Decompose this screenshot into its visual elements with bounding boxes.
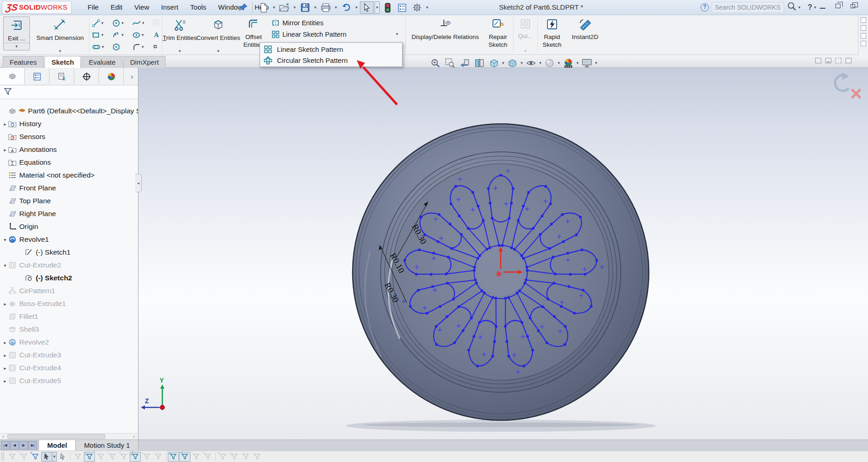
linear-pattern-caret[interactable]: ▾ bbox=[396, 32, 398, 36]
arc-tool[interactable]: ▾ bbox=[111, 31, 131, 39]
next-study-button[interactable]: ▶ bbox=[19, 441, 28, 450]
filter-solids-icon[interactable]: ◇ bbox=[118, 452, 129, 462]
arc-caret[interactable]: ▾ bbox=[122, 33, 124, 37]
displaymanager-tab[interactable] bbox=[99, 68, 124, 85]
tree-item-origin[interactable]: Origin bbox=[0, 220, 138, 233]
scroll-right-arrow[interactable]: › bbox=[131, 434, 137, 440]
filter-stack-icon[interactable]: + bbox=[18, 452, 29, 462]
doc-restore-icon[interactable] bbox=[815, 58, 821, 63]
filter-funnel-icon[interactable] bbox=[4, 87, 12, 97]
tree-expander[interactable]: ▸ bbox=[2, 366, 8, 371]
fillet-caret[interactable]: ▾ bbox=[142, 45, 144, 49]
menu-view[interactable]: View bbox=[128, 0, 155, 15]
circle-tool[interactable]: ▾ bbox=[111, 19, 131, 28]
model-tab[interactable]: Model bbox=[39, 440, 76, 451]
options-list-button[interactable] bbox=[395, 1, 409, 14]
tree-expander[interactable]: ▸ bbox=[2, 379, 8, 384]
filter-lines-icon[interactable]: ─ bbox=[191, 452, 202, 462]
section-view-icon[interactable] bbox=[473, 57, 486, 69]
tree-item-history[interactable]: ▸History bbox=[0, 117, 138, 130]
task-pane-tab-icon[interactable] bbox=[861, 25, 866, 31]
first-study-button[interactable]: |◀ bbox=[1, 441, 10, 450]
configurationmanager-tab[interactable] bbox=[50, 68, 74, 85]
spline-caret[interactable]: ▾ bbox=[142, 21, 144, 25]
search-input[interactable] bbox=[712, 2, 784, 13]
featuremanager-tab[interactable] bbox=[0, 68, 25, 85]
smart-dimension-caret[interactable]: ▾ bbox=[34, 47, 86, 55]
edit-appearance-caret[interactable]: ▾ bbox=[558, 61, 560, 65]
polygon-tool[interactable] bbox=[111, 43, 131, 51]
linear-sketch-pattern-button[interactable]: Linear Sketch Pattern ▾ bbox=[271, 29, 404, 39]
minimize-button[interactable] bbox=[819, 3, 827, 10]
rectangle-tool[interactable]: ▾ bbox=[90, 31, 111, 39]
menu-tools[interactable]: Tools bbox=[184, 0, 212, 15]
filter-faces-icon[interactable]: ▫ bbox=[95, 452, 106, 462]
tab-evaluate[interactable]: Evaluate bbox=[82, 56, 122, 68]
filter-dimensions-icon[interactable]: ⊤ bbox=[179, 452, 190, 462]
filters-active-icon[interactable]: ≡ bbox=[30, 452, 41, 462]
trim-entities-button[interactable]: Trim Entities ▾ bbox=[163, 15, 196, 55]
filter-routes-icon[interactable]: ~ bbox=[240, 452, 251, 462]
tree-expander[interactable]: ▸ bbox=[2, 122, 8, 127]
select-cursor-button[interactable] bbox=[360, 1, 374, 14]
tree-item-revolve2[interactable]: ▸Revolve2 bbox=[0, 336, 138, 349]
tree-item-cut-extrude2[interactable]: ▾Cut-Extrude2 bbox=[0, 259, 138, 272]
instant2d-button[interactable]: Instant2D bbox=[565, 15, 605, 55]
search-caret[interactable]: ▾ bbox=[798, 6, 801, 10]
edit-appearance-icon[interactable] bbox=[543, 57, 556, 69]
help-caret[interactable]: ▾ bbox=[814, 6, 816, 10]
view-settings-caret[interactable]: ▾ bbox=[595, 61, 597, 65]
menu-edit[interactable]: Edit bbox=[105, 0, 128, 15]
select-cursor-icon[interactable] bbox=[41, 452, 52, 462]
filter-edges-icon[interactable]: | bbox=[84, 452, 95, 462]
select-cursor-caret[interactable]: ▾ bbox=[52, 452, 57, 462]
scroll-left-arrow[interactable]: ‹ bbox=[0, 434, 6, 440]
new-document-button[interactable] bbox=[257, 1, 271, 14]
filter-axes-icon[interactable]: ╱ bbox=[130, 452, 141, 462]
propertymanager-tab[interactable] bbox=[25, 68, 50, 85]
doc-close-icon[interactable] bbox=[846, 58, 851, 63]
tab-dimxpert[interactable]: DimXpert bbox=[123, 56, 166, 68]
view-orientation-caret[interactable]: ▾ bbox=[502, 61, 504, 65]
tree-item-top-plane[interactable]: Top Plane bbox=[0, 195, 138, 207]
dimxpertmanager-tab[interactable] bbox=[74, 68, 99, 85]
apply-scene-caret[interactable]: ▾ bbox=[576, 61, 579, 65]
filter-planes-icon[interactable]: ▭ bbox=[141, 452, 152, 462]
tree-item-sensors[interactable]: Sensors bbox=[0, 130, 138, 143]
select-over-geometry-icon[interactable] bbox=[57, 452, 68, 462]
tree-item-part6[interactable]: Part6 (Default<<Default>_Display Sta bbox=[0, 105, 138, 117]
exit-sketch-corner-icon[interactable] bbox=[835, 75, 849, 91]
repair-sketch-button[interactable]: RepairSketch bbox=[484, 15, 512, 55]
menu-file[interactable]: File bbox=[82, 0, 105, 15]
line-tool[interactable]: ▾ bbox=[90, 19, 111, 28]
convert-caret[interactable]: ▾ bbox=[199, 47, 238, 55]
smart-dimension-button[interactable]: Smart Dimension ▾ bbox=[32, 15, 88, 55]
exit-sketch-button[interactable]: Exit ... ▾ bbox=[3, 17, 30, 50]
task-pane-tab-icon[interactable] bbox=[861, 41, 866, 46]
previous-view-icon[interactable] bbox=[458, 57, 471, 69]
wheel-model-canvas[interactable]: R0.30 R0.10 R0.30 Y Z bbox=[138, 68, 868, 440]
pin-icon[interactable] bbox=[238, 3, 249, 12]
tab-sketch[interactable]: Sketch bbox=[44, 56, 81, 68]
view-settings-icon[interactable] bbox=[581, 57, 593, 69]
scrollbar-thumb[interactable] bbox=[7, 434, 105, 439]
filter-corners-icon[interactable]: ⌐ bbox=[168, 452, 179, 462]
tree-item-right-plane[interactable]: Right Plane bbox=[0, 207, 138, 220]
windows-overlap-button[interactable] bbox=[850, 3, 858, 10]
tree-item-cut-extrude5[interactable]: ▸Cut-Extrude5 bbox=[0, 374, 138, 387]
motion-study-tab[interactable]: Motion Study 1 bbox=[76, 440, 138, 451]
tree-expander[interactable]: ▾ bbox=[2, 263, 8, 268]
help-menu-button[interactable]: ? bbox=[808, 3, 813, 11]
circle-caret[interactable]: ▾ bbox=[122, 21, 124, 25]
tree-expander[interactable]: ▾ bbox=[2, 237, 8, 242]
print-button[interactable] bbox=[319, 1, 332, 14]
tree-item-boss-extrude1[interactable]: ▸Boss-Extrude1 bbox=[0, 297, 138, 310]
last-study-button[interactable]: ▶| bbox=[28, 441, 37, 450]
tree-expander[interactable]: ▸ bbox=[2, 353, 8, 358]
task-pane-tab-icon[interactable] bbox=[861, 17, 866, 23]
slot-caret[interactable]: ▾ bbox=[102, 45, 104, 49]
quick-snaps-caret[interactable]: ▾ bbox=[517, 47, 534, 55]
open-button[interactable] bbox=[277, 1, 291, 14]
panel-collapse-handle[interactable]: ◂ bbox=[135, 174, 142, 192]
search-icon[interactable] bbox=[787, 1, 797, 13]
